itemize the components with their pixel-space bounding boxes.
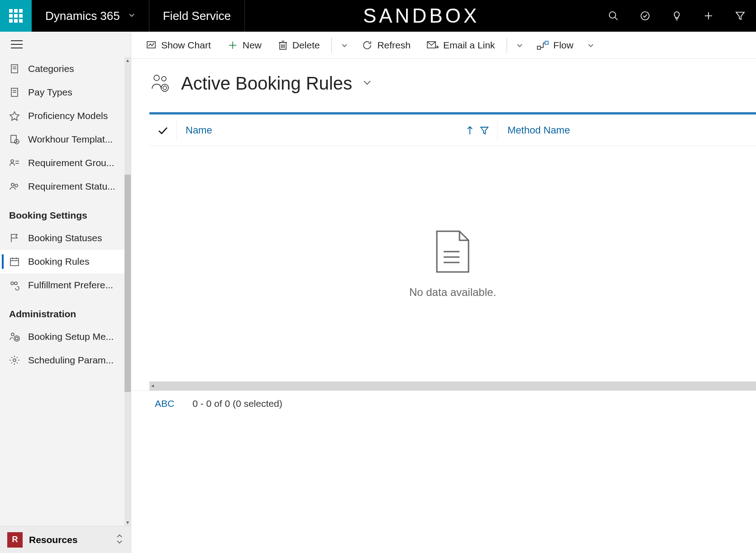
svg-point-31 [14, 282, 17, 285]
svg-marker-15 [10, 112, 19, 120]
separator [507, 38, 507, 53]
star-icon [9, 110, 20, 121]
sort-ascending-icon[interactable] [466, 125, 474, 135]
nav-item-requirement-statuses[interactable]: Requirement Statu... [0, 175, 131, 198]
mail-arrow-icon [427, 41, 439, 50]
funnel-icon [735, 10, 746, 21]
email-link-button[interactable]: Email a Link [421, 36, 501, 54]
task-button[interactable] [629, 10, 661, 21]
flow-button[interactable]: Flow [531, 36, 579, 54]
advanced-filter-button[interactable] [724, 10, 756, 21]
svg-line-1 [615, 17, 617, 20]
document-icon [9, 63, 20, 74]
select-all-checkbox[interactable] [149, 120, 177, 141]
nav-item-fulfillment-preferences[interactable]: Fulfillment Prefere... [0, 273, 131, 297]
search-icon [608, 10, 619, 21]
scroll-down-arrow-icon: ▼ [125, 519, 130, 526]
nav-item-categories[interactable]: Categories [0, 57, 131, 81]
svg-point-32 [11, 333, 14, 336]
svg-rect-47 [537, 46, 541, 49]
svg-point-30 [11, 282, 14, 285]
email-link-split-button[interactable] [512, 36, 527, 54]
flow-icon [537, 41, 549, 50]
nav-label: Workhour Templat... [28, 134, 113, 145]
nav-item-requirement-groups[interactable]: Requirement Grou... [0, 151, 131, 175]
nav-label: Proficiency Models [28, 110, 108, 121]
svg-rect-48 [545, 41, 548, 44]
svg-point-35 [13, 359, 16, 362]
svg-marker-5 [736, 12, 744, 19]
trash-icon [278, 40, 288, 51]
app-name[interactable]: Field Service [149, 0, 245, 32]
empty-document-icon [432, 229, 473, 274]
nav-item-booking-setup-metadata[interactable]: Booking Setup Me... [0, 325, 131, 348]
clock-document-icon [9, 134, 20, 145]
quick-create-button[interactable] [693, 10, 724, 21]
data-grid: Name Method Name No data available. [149, 112, 756, 381]
area-chevrons-icon [115, 533, 124, 547]
nav-group-booking-settings: Booking Settings [0, 198, 131, 226]
chart-icon [146, 40, 157, 51]
lightbulb-icon [671, 10, 682, 21]
view-selector-button[interactable] [362, 77, 372, 89]
hamburger-icon [11, 40, 23, 49]
column-label: Name [186, 124, 212, 136]
left-navigation: Categories Pay Types Proficiency Models … [0, 32, 131, 553]
global-nav-bar: Dynamics 365 Field Service SANDBOX [0, 0, 756, 32]
main-content: Active Booking Rules Name Method Name [131, 59, 756, 553]
nav-label: Booking Statuses [28, 233, 102, 243]
nav-collapse-button[interactable] [0, 32, 131, 57]
people-gear-icon [149, 72, 171, 94]
users-icon [9, 181, 20, 192]
svg-point-20 [11, 160, 14, 162]
svg-point-51 [163, 86, 167, 90]
product-name: Dynamics 365 [45, 9, 120, 23]
svg-point-49 [154, 75, 159, 81]
app-launcher-button[interactable] [0, 0, 32, 32]
delete-split-button[interactable] [337, 36, 352, 54]
area-switcher[interactable]: R Resources [0, 526, 131, 553]
nav-scrollbar[interactable]: ▲ ▼ [124, 57, 131, 526]
refresh-button[interactable]: Refresh [355, 36, 417, 54]
nav-item-workhour-templates[interactable]: Workhour Templat... [0, 128, 131, 151]
column-header-method-name[interactable]: Method Name [498, 124, 570, 136]
flow-split-button[interactable] [584, 36, 598, 54]
show-chart-button[interactable]: Show Chart [139, 36, 217, 54]
document-icon [9, 87, 20, 98]
nav-group-administration: Administration [0, 297, 131, 325]
svg-line-19 [17, 142, 18, 142]
cmd-label: Refresh [377, 40, 411, 51]
svg-rect-16 [11, 135, 16, 143]
nav-label: Booking Rules [28, 256, 89, 267]
column-header-name[interactable]: Name [177, 124, 466, 136]
calendar-icon [9, 256, 20, 267]
search-button[interactable] [598, 10, 629, 21]
nav-label: Pay Types [28, 87, 72, 98]
scrollbar-thumb[interactable] [124, 175, 131, 392]
help-button[interactable] [661, 10, 693, 21]
record-count-label: 0 - 0 of 0 (0 selected) [192, 398, 282, 409]
delete-button[interactable]: Delete [272, 36, 326, 54]
new-button[interactable]: New [221, 36, 268, 54]
horizontal-scrollbar[interactable]: ◂ [149, 381, 756, 391]
nav-item-booking-rules[interactable]: Booking Rules [0, 250, 131, 273]
product-switcher[interactable]: Dynamics 365 [32, 0, 149, 32]
filter-icon[interactable] [480, 126, 489, 135]
view-header: Active Booking Rules [131, 59, 756, 112]
grid-footer: ABC 0 - 0 of 0 (0 selected) [131, 391, 756, 416]
nav-item-proficiency-models[interactable]: Proficiency Models [0, 104, 131, 128]
refresh-icon [362, 40, 373, 51]
plus-icon [227, 40, 238, 51]
separator [331, 38, 332, 53]
nav-item-booking-statuses[interactable]: Booking Statuses [0, 226, 131, 250]
svg-point-52 [161, 84, 168, 91]
svg-rect-26 [10, 258, 19, 266]
nav-item-scheduling-parameters[interactable]: Scheduling Param... [0, 348, 131, 372]
cmd-label: Show Chart [161, 40, 211, 51]
scroll-up-arrow-icon: ▲ [125, 57, 130, 64]
nav-label: Requirement Statu... [28, 181, 115, 192]
svg-marker-54 [481, 127, 488, 134]
alpha-index-button[interactable]: ABC [155, 398, 174, 409]
nav-item-pay-types[interactable]: Pay Types [0, 81, 131, 104]
scroll-left-arrow-icon: ◂ [151, 382, 154, 389]
